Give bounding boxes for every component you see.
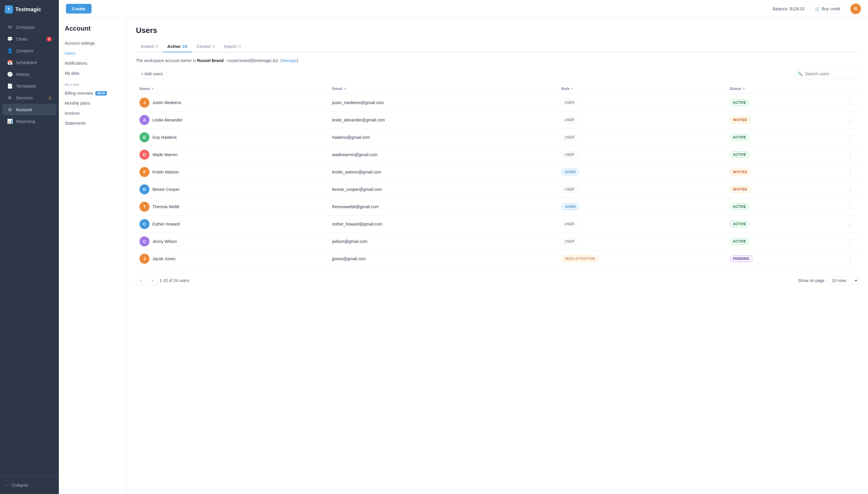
create-button[interactable]: Create [66,4,92,14]
collapse-button[interactable]: ← Collapse [2,480,56,491]
prev-page-button[interactable]: ‹ [136,276,145,285]
sidebar-item-chats[interactable]: 💬 Chats 5 [2,33,56,45]
search-input[interactable] [805,72,855,76]
collapse-label: Collapse [12,483,27,488]
sub-nav-statements[interactable]: Statements [59,118,126,128]
main-content: Create Balance: $128.02 🛒 Buy credit R A… [59,0,868,494]
tab-import[interactable]: Import 0 [219,41,245,52]
cell-status: ACTIVE [726,233,842,250]
more-options-button[interactable]: ⋮ [845,168,855,176]
user-name: Jenny Wilson [152,239,177,244]
cell-actions: ⋮ [842,111,858,129]
role-badge: ADMIN [561,169,579,175]
col-email-sort: ▼ [344,87,346,90]
tab-closed[interactable]: Closed 0 [192,41,219,52]
user-avatar: E [140,132,149,142]
buy-credit-button[interactable]: 🛒 Buy credit [811,4,845,14]
workspace-info: The workspace account owner is Russel Br… [136,58,858,63]
owner-name: Russel Brand [197,58,224,63]
sidebar-item-compose[interactable]: ✉ Compose [2,21,56,33]
table-header-row: Name ▼ Email ▼ Role [136,83,858,94]
role-badge: USER [561,151,577,158]
col-email-header[interactable]: Email ▼ [332,87,554,91]
cell-email: leslie_alexander@gmail.com [329,111,558,129]
sidebar-label-contacts: Contacts [16,48,33,53]
user-email: jwilson@gmail.com [332,239,368,244]
more-options-button[interactable]: ⋮ [845,116,855,125]
cell-role: ADMIN [558,198,726,215]
more-options-button[interactable]: ⋮ [845,150,855,159]
sidebar-bottom: ← Collapse [0,476,59,494]
more-options-button[interactable]: ⋮ [845,185,855,194]
more-options-button[interactable]: ⋮ [845,220,855,228]
user-name: Theresa Webb [152,204,180,209]
user-email: jjones@gmail.com [332,256,366,261]
content-area: Users Invited 0 Active 24 Closed 0 Impor… [127,18,868,494]
tab-active[interactable]: Active 24 [163,41,192,52]
col-name-header[interactable]: Name ▼ [140,87,325,91]
user-avatar: C [140,219,149,229]
sub-nav-account-settings[interactable]: Account settings [59,38,126,48]
user-name: Wade Warren [152,152,178,157]
sidebar-label-account: Account [16,107,32,112]
cell-role: USER [558,215,726,233]
sidebar-item-templates[interactable]: 📄 Templates [2,80,56,92]
users-table-body: J Justin Medeiros justin_medeiros@gmail.… [136,94,858,268]
add-users-button[interactable]: + Add users [136,69,168,79]
cell-name: J Jacob Jones [136,250,329,268]
sub-nav-users[interactable]: Users [59,48,126,58]
col-name: Name ▼ [136,83,329,94]
sidebar-item-scheduled[interactable]: 📅 Scheduled [2,57,56,68]
sub-nav-monthly-plans[interactable]: Monthly plans [59,98,126,108]
sub-nav-my-data[interactable]: My data [59,68,126,78]
sub-nav-notifications[interactable]: Notifications [59,58,126,68]
status-badge: ACTIVE [730,99,750,106]
cell-name: T Theresa Webb [136,198,329,215]
next-page-button[interactable]: › [148,276,157,285]
rows-per-page-select[interactable]: 10 rows25 rows50 rows [827,276,858,285]
more-options-button[interactable]: ⋮ [845,237,855,246]
tab-active-label: Active [167,44,181,49]
more-options-button[interactable]: ⋮ [845,202,855,211]
cell-actions: ⋮ [842,181,858,198]
more-options-button[interactable]: ⋮ [845,133,855,142]
sidebar-item-services[interactable]: ⚙ Services ⚠ [2,92,56,103]
user-name: Kristin Watson [152,170,179,174]
user-avatar-button[interactable]: R [850,3,861,14]
status-badge: ACTIVE [730,221,750,227]
sidebar-item-history[interactable]: 🕐 History [2,69,56,80]
table-row: F Kristin Watson kristin_watson@gmail.co… [136,164,858,181]
role-badge: USER [561,221,577,227]
pagination-info: 1-10 of 24 users [160,278,189,283]
col-status-header[interactable]: Status ▼ [730,87,838,91]
sidebar-label-scheduled: Scheduled [16,60,37,65]
manage-link[interactable]: Manage [282,58,297,63]
search-icon: 🔍 [798,72,803,76]
owner-email: russel.brand@textmagic.biz. [227,58,279,63]
cell-role: USER [558,146,726,164]
role-badge: USER [561,238,577,245]
logo-icon: T [5,5,13,14]
invoices-label: Invoices [65,111,80,116]
sub-nav-billing-overview[interactable]: Billing overview BETA [59,88,126,98]
pagination-controls: ‹ › 1-10 of 24 users [136,276,189,285]
sidebar-label-templates: Templates [16,83,36,89]
sidebar-item-contacts[interactable]: 👤 Contacts [2,45,56,56]
col-status: Status ▼ [726,83,842,94]
more-options-button[interactable]: ⋮ [845,98,855,107]
templates-icon: 📄 [7,83,12,89]
tabs: Invited 0 Active 24 Closed 0 Import 0 [136,41,858,52]
status-badge: PENDING [730,255,753,262]
user-email: bessie_cooper@gmail.com [332,187,382,192]
more-options-button[interactable]: ⋮ [845,254,855,263]
sub-nav-invoices[interactable]: Invoices [59,108,126,118]
show-per-page: Show on page 10 rows25 rows50 rows [798,276,858,285]
user-cell: J Justin Medeiros [140,98,325,108]
tab-invited[interactable]: Invited 0 [136,41,163,52]
sidebar-item-reporting[interactable]: 📊 Reporting [2,116,56,127]
status-badge: INVITED [730,169,751,175]
tab-closed-label: Closed [197,44,210,49]
col-role-header[interactable]: Role ▼ [561,87,723,91]
sidebar-item-account[interactable]: ⊙ Account [2,104,56,115]
user-cell: T Theresa Webb [140,202,325,212]
